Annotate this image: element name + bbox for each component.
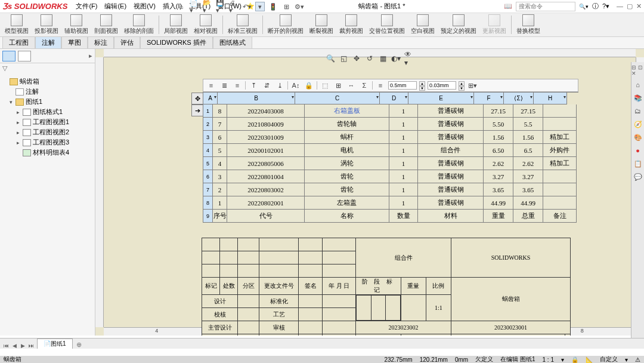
table-row[interactable]: 1820220403008右箱盖板1普通碳钢27.1527.15 (213, 104, 578, 118)
dock-min-icon[interactable]: ⊟ ⊡ ✕ (631, 64, 644, 76)
row-header[interactable]: 4 (203, 144, 213, 157)
view-palette-icon[interactable]: 🎨 (633, 133, 643, 142)
sheet-tab-1[interactable]: 📄图纸1 (37, 339, 73, 349)
cell[interactable]: 6 (213, 131, 227, 144)
cell[interactable]: 44.99 (484, 196, 513, 210)
user-icon[interactable]: ⓘ (592, 2, 599, 11)
row-height-field[interactable] (428, 81, 456, 90)
cell[interactable]: 外购件 (543, 144, 577, 157)
lock-icon[interactable]: 🔒 (571, 356, 578, 363)
cell[interactable] (543, 196, 577, 210)
custom-props-icon[interactable]: 📋 (633, 159, 643, 168)
valign-top-icon[interactable]: ⤒ (248, 81, 259, 90)
cell[interactable]: 组合件 (418, 144, 484, 157)
ribbon-detail[interactable]: 局部视图 (162, 14, 190, 35)
row-header[interactable]: 2 (203, 118, 213, 131)
cell[interactable]: 重量 (484, 210, 513, 223)
tab-sketch[interactable]: 草图 (61, 36, 88, 48)
cell[interactable]: 1 (389, 196, 418, 210)
tree-bom4[interactable]: 材料明细表4 (1, 147, 94, 158)
col-hdr-d[interactable]: D▾ (380, 93, 408, 104)
cell[interactable]: 名称 (305, 210, 389, 223)
cell[interactable]: 20210804009 (227, 118, 305, 131)
tab-prev-icon[interactable]: ◀ (11, 343, 18, 349)
row-header[interactable]: 3 (203, 131, 213, 144)
tree-sheet1[interactable]: ▾图纸1 (1, 97, 94, 107)
cell[interactable]: 6.50 (484, 144, 513, 157)
panel-collapse-icon[interactable]: ▸ (89, 52, 92, 60)
design-lib-icon[interactable]: 🗂 (633, 106, 643, 116)
cell[interactable]: 3 (213, 170, 227, 183)
cell[interactable]: 普通碳钢 (418, 196, 484, 210)
text-dir-icon[interactable]: A↕ (290, 81, 301, 90)
zoom-fit-icon[interactable]: 🔍 (326, 54, 335, 63)
col-hdr-c[interactable]: C▾ (295, 93, 380, 104)
tab-dimension[interactable]: 标注 (88, 36, 114, 48)
cell[interactable]: 总重 (513, 210, 543, 223)
cell[interactable] (543, 104, 577, 118)
align-center-icon[interactable]: ≣ (219, 81, 230, 90)
cell[interactable]: 右箱盖板 (305, 104, 389, 118)
cell[interactable]: 普通碳钢 (418, 131, 484, 144)
cell[interactable]: 2.62 (513, 157, 543, 170)
cell[interactable]: 20220403008 (227, 104, 305, 118)
col-hdr-f[interactable]: F▾ (474, 93, 504, 104)
cell[interactable]: 齿轮 (305, 183, 389, 196)
tab-addins[interactable]: SOLIDWORKS 插件 (140, 36, 213, 48)
ribbon-replace[interactable]: 替换模型 (514, 14, 543, 35)
cell[interactable]: 20220801004 (227, 170, 305, 183)
cell[interactable]: 电机 (305, 144, 389, 157)
table-row[interactable]: 9序号代号名称数量材料重量总重备注 (213, 210, 578, 223)
menu-view[interactable]: 视图(V) (131, 1, 158, 12)
appearance-icon[interactable]: ● (633, 146, 643, 155)
home-icon[interactable]: ⌂ (177, 2, 186, 11)
add-sheet-icon[interactable]: ⊕ (73, 341, 85, 349)
select-icon[interactable]: ▾ (255, 2, 265, 11)
new-icon[interactable]: 📄▾ (190, 2, 199, 11)
move-handle-icon[interactable]: ✥ (191, 93, 203, 104)
table-row[interactable]: 6320220801004齿轮1普通碳钢3.273.27 (213, 170, 578, 183)
cell[interactable]: 1 (389, 118, 418, 131)
cell[interactable]: 1.56 (513, 131, 543, 144)
cell[interactable]: 蜗杆 (305, 131, 389, 144)
valign-bot-icon[interactable]: ⤓ (274, 81, 285, 90)
header-lock-icon[interactable]: 🔒 (304, 81, 314, 90)
cell[interactable]: 20220802001 (227, 196, 305, 210)
cell[interactable]: 序号 (213, 210, 227, 223)
cell[interactable]: 精加工 (543, 157, 577, 170)
ribbon-break[interactable]: 断裂视图 (307, 14, 336, 35)
cell[interactable]: 左箱盖 (305, 196, 389, 210)
tree-view2[interactable]: ▸工程图视图2 (1, 127, 94, 137)
zoom-area-icon[interactable]: ◱ (339, 54, 348, 63)
func-icon[interactable]: Σ (359, 81, 370, 90)
settings-icon[interactable]: ⚙▾ (295, 2, 304, 11)
merge-icon[interactable]: ⬚ (320, 81, 330, 90)
cell[interactable]: 备注 (543, 210, 577, 223)
cell[interactable]: 2 (213, 183, 227, 196)
tree-sheetformat1[interactable]: ▸图纸格式1 (1, 107, 94, 117)
table-row[interactable]: 8120220802001左箱盖1普通碳钢44.9944.99 (213, 196, 578, 210)
ribbon-std3[interactable]: 标准三视图 (225, 14, 260, 35)
hide-show-icon[interactable]: 👁▾ (404, 54, 414, 63)
help-q-icon[interactable]: ?▾ (602, 2, 609, 10)
table-style-icon[interactable]: ⊞▾ (467, 81, 478, 90)
cell[interactable]: 齿轮 (305, 170, 389, 183)
ribbon-crop[interactable]: 裁剪视图 (337, 14, 366, 35)
cell[interactable]: 27.15 (484, 104, 513, 118)
row-header[interactable]: 1 (203, 104, 213, 118)
cell[interactable]: 20220301009 (227, 131, 305, 144)
table-row[interactable]: 2720210804009齿轮轴1普通碳钢5.505.5 (213, 118, 578, 131)
feature-tree-tab[interactable] (2, 51, 16, 61)
cell[interactable]: 1 (389, 157, 418, 170)
save-icon[interactable]: 💾▾ (216, 2, 225, 11)
col-hdr-h[interactable]: H▾ (534, 93, 567, 104)
cell[interactable] (543, 183, 577, 196)
undo-icon[interactable]: ↶▾ (242, 2, 252, 11)
pan-icon[interactable]: ✥ (352, 54, 361, 63)
col-hdr-b[interactable]: B▾ (218, 93, 295, 104)
ribbon-relative[interactable]: 相对视图 (191, 14, 220, 35)
cell[interactable]: 8 (213, 104, 227, 118)
section-icon[interactable]: ▦ (378, 54, 388, 63)
resources-icon[interactable]: 📚 (633, 93, 643, 103)
cell[interactable]: 普通碳钢 (418, 104, 484, 118)
